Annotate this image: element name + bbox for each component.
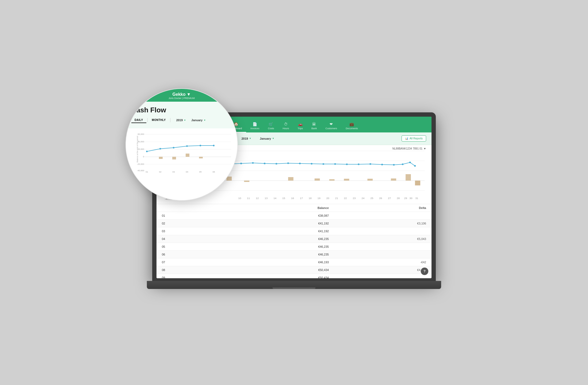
year-dropdown-arrow: ▼ bbox=[249, 137, 251, 140]
all-reports-button[interactable]: 📊 All Reports bbox=[402, 135, 426, 142]
table-row: 02€41,192€3,106 bbox=[156, 219, 432, 227]
magnify-year-selector[interactable]: 2019 ▼ bbox=[175, 118, 188, 123]
svg-text:20,000: 20,000 bbox=[138, 148, 144, 150]
customers-icon: ❤ bbox=[330, 122, 333, 126]
magnify-brand-subtitle: Joris Docter | PREMIUM bbox=[169, 97, 195, 100]
magnify-tab-row: DAILY MONTHLY 2019 ▼ January ▼ bbox=[131, 117, 232, 123]
svg-text:13: 13 bbox=[265, 197, 268, 199]
svg-text:14: 14 bbox=[273, 197, 276, 199]
table-row: 04€46,235€5,043 bbox=[156, 235, 432, 243]
svg-rect-81 bbox=[172, 157, 176, 159]
magnify-brand-dropdown[interactable]: ▼ bbox=[187, 92, 191, 97]
year-selector[interactable]: 2019 ▼ bbox=[240, 136, 253, 141]
svg-rect-82 bbox=[186, 154, 189, 157]
svg-text:60,000: 60,000 bbox=[138, 133, 144, 135]
svg-point-36 bbox=[311, 163, 313, 165]
magnify-tab-daily[interactable]: DAILY bbox=[131, 117, 146, 123]
nav-item-invoices[interactable]: 📄 Invoices bbox=[246, 120, 264, 132]
month-value: January bbox=[260, 137, 271, 140]
svg-text:29: 29 bbox=[404, 197, 407, 199]
magnify-month-selector[interactable]: January ▼ bbox=[190, 118, 207, 123]
invoices-icon: 📄 bbox=[253, 122, 257, 126]
magnify-content: Cash Flow DAILY MONTHLY 2019 ▼ January ▼ bbox=[126, 102, 237, 128]
svg-text:02: 02 bbox=[159, 171, 162, 173]
cell-balance: €46,235 bbox=[226, 243, 334, 250]
help-button[interactable]: ? bbox=[421, 268, 428, 275]
svg-rect-15 bbox=[288, 177, 293, 181]
magnify-tab-divider bbox=[147, 118, 148, 122]
table-row: 03€41,192 bbox=[156, 227, 432, 235]
magnify-chart-svg: 60,000 40,000 20,000 0 -20,000 -40,000 bbox=[129, 131, 235, 174]
cell-day: 08 bbox=[156, 266, 226, 274]
bank-icon: 🏛 bbox=[312, 122, 316, 126]
nav-item-hours[interactable]: ⏱ Hours bbox=[278, 120, 293, 132]
nav-item-trips[interactable]: 🚗 Trips bbox=[293, 120, 307, 132]
nav-item-documents[interactable]: 💼 Documents bbox=[341, 120, 362, 132]
year-value: 2019 bbox=[242, 137, 248, 140]
cell-day: 01 bbox=[156, 212, 226, 219]
svg-point-32 bbox=[264, 163, 266, 164]
nav-label-costs: Costs bbox=[268, 127, 274, 130]
nav-label-hours: Hours bbox=[282, 127, 289, 130]
svg-text:12: 12 bbox=[256, 197, 259, 199]
svg-point-43 bbox=[393, 164, 395, 166]
table-container: Balance Delta 01€38,08702€41,192€3,10603… bbox=[156, 204, 432, 278]
svg-point-46 bbox=[414, 165, 416, 167]
magnify-y-label: Balance at the end of the period bbox=[136, 141, 138, 162]
month-dropdown-arrow: ▼ bbox=[272, 137, 274, 140]
svg-text:-40,000: -40,000 bbox=[137, 169, 144, 172]
svg-text:16: 16 bbox=[291, 197, 294, 199]
svg-point-88 bbox=[200, 145, 201, 146]
svg-point-85 bbox=[159, 148, 161, 150]
svg-text:28: 28 bbox=[397, 197, 400, 199]
magnify-month-value: January bbox=[191, 119, 203, 122]
header-right: 📊 All Reports bbox=[402, 135, 426, 142]
nav-label-customers: Customers bbox=[326, 127, 337, 130]
svg-point-89 bbox=[213, 145, 215, 146]
svg-rect-14 bbox=[244, 181, 249, 182]
svg-text:01: 01 bbox=[146, 171, 148, 173]
svg-rect-20 bbox=[391, 178, 396, 181]
cell-balance: €46,235 bbox=[226, 235, 334, 243]
magnify-selectors: 2019 ▼ January ▼ bbox=[175, 118, 208, 123]
nav-label-trips: Trips bbox=[297, 127, 303, 130]
reports-btn-label: All Reports bbox=[410, 137, 423, 140]
cell-delta: €3,106 bbox=[334, 219, 432, 227]
magnify-tab-divider-2 bbox=[170, 118, 170, 122]
cell-day: 09 bbox=[156, 274, 226, 278]
svg-point-34 bbox=[287, 162, 289, 164]
svg-point-44 bbox=[402, 163, 404, 165]
nav-item-bank[interactable]: 🏛 Bank bbox=[307, 120, 321, 132]
cell-day: 06 bbox=[156, 250, 226, 258]
svg-text:23: 23 bbox=[353, 197, 356, 199]
svg-rect-83 bbox=[199, 157, 203, 158]
svg-point-37 bbox=[322, 163, 324, 165]
magnify-tab-monthly[interactable]: MONTHLY bbox=[149, 117, 169, 123]
cell-day: 02 bbox=[156, 219, 226, 227]
svg-text:-20,000: -20,000 bbox=[137, 163, 144, 165]
svg-point-87 bbox=[186, 145, 188, 147]
magnify-page-title: Cash Flow bbox=[131, 106, 232, 114]
table-header-row: Balance Delta bbox=[156, 204, 432, 212]
scene: 🏠 Dashboard 📄 Invoices 🛒 Costs ⏱ bbox=[147, 96, 441, 289]
cell-day: 03 bbox=[156, 227, 226, 235]
table-row: 06€46,235 bbox=[156, 250, 432, 258]
svg-point-38 bbox=[334, 163, 336, 165]
svg-rect-19 bbox=[367, 179, 373, 181]
svg-text:17: 17 bbox=[300, 197, 303, 199]
svg-text:0: 0 bbox=[143, 155, 144, 158]
laptop-base bbox=[147, 281, 441, 289]
svg-point-31 bbox=[252, 162, 254, 164]
cell-delta bbox=[334, 212, 432, 219]
cell-delta: €5,043 bbox=[334, 235, 432, 243]
nav-item-customers[interactable]: ❤ Customers bbox=[321, 120, 342, 132]
nav-item-costs[interactable]: 🛒 Costs bbox=[264, 120, 278, 132]
magnify-brand-name: Gekko ▼ bbox=[169, 92, 195, 97]
col-header-balance: Balance bbox=[226, 204, 334, 212]
svg-point-40 bbox=[358, 163, 360, 165]
col-header-day bbox=[156, 204, 226, 212]
cash-flow-table: Balance Delta 01€38,08702€41,192€3,10603… bbox=[156, 204, 432, 278]
svg-text:24: 24 bbox=[361, 197, 364, 199]
magnify-header: Gekko ▼ Joris Docter | PREMIUM bbox=[126, 89, 237, 102]
month-selector[interactable]: January ▼ bbox=[258, 136, 276, 141]
